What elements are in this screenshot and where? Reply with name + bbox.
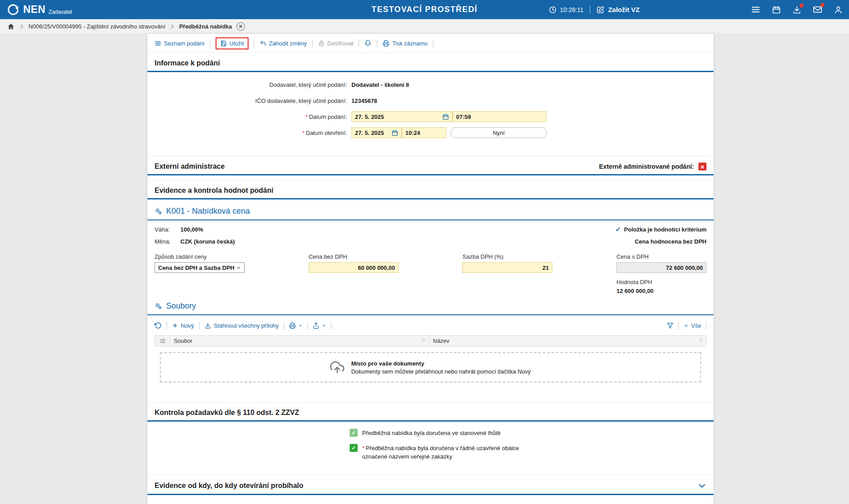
chevron-down-icon — [684, 323, 689, 328]
filter-triangle-icon[interactable] — [699, 338, 702, 343]
toolbar-divider — [359, 40, 359, 47]
zpusob-zadani-select[interactable]: Cena bez DPH a Sazba DPH — [155, 262, 245, 273]
toolbar-divider — [307, 322, 308, 329]
table-settings-icon[interactable] — [155, 336, 170, 346]
zahodit-zmeny-button[interactable]: Zahodit změny — [260, 40, 307, 47]
zpusob-zadani-value: Cena bez DPH a Sazba DPH — [158, 264, 234, 271]
nen-logo-icon — [6, 3, 20, 16]
mail-icon[interactable] — [813, 5, 822, 14]
files-toolbar-right: Vše — [667, 322, 706, 329]
calendar-icon[interactable] — [772, 5, 781, 14]
files-table-header: Soubor Název — [155, 335, 706, 346]
edit-icon — [596, 6, 604, 14]
toolbar-divider — [199, 322, 200, 329]
novy-label: Nový — [181, 322, 194, 329]
gears-icon — [155, 302, 162, 310]
check-lhuta-label: Předběžná nabídka byla doručena ve stano… — [362, 429, 501, 438]
nen-logo[interactable]: NEN Zadavatel — [6, 3, 72, 16]
externe-administrovane-field: Externě administrované podání: — [599, 163, 706, 171]
brand-division: Zadavatel — [49, 9, 72, 16]
cena-bez-dph-label: Cena bez DPH — [309, 253, 399, 260]
home-icon[interactable] — [7, 23, 15, 30]
create-vz-button[interactable]: Založit VZ — [596, 6, 640, 14]
filter-triangle-icon[interactable] — [422, 338, 425, 343]
datum-otevreni-time-input[interactable]: 10:24 — [402, 127, 446, 138]
externe-administrovane-label: Externě administrované podání: — [599, 163, 694, 170]
menu-icon[interactable] — [751, 5, 760, 14]
share-icon — [313, 322, 319, 329]
mena-label: Měna: — [155, 238, 180, 245]
datum-otevreni-label: *Datum otevření: — [155, 130, 347, 136]
printer-icon — [383, 40, 389, 47]
form-row-supplier: Dodavatel, který učinil podání: Dodavate… — [155, 79, 706, 90]
close-record-icon[interactable] — [237, 22, 245, 31]
print-files-button[interactable] — [289, 322, 302, 329]
col-sazba-dph: Sazba DPH (%) 21 — [462, 253, 552, 294]
cena-hodnocena-note: Cena hodnocena bez DPH — [635, 238, 706, 245]
sazba-dph-input[interactable]: 21 — [462, 262, 552, 273]
cena-bez-dph-input[interactable]: 60 000 000,00 — [309, 262, 399, 273]
supplier-value: Dodavatel - školení 8 — [351, 81, 409, 88]
notifications-button[interactable] — [364, 40, 371, 47]
zahodit-zmeny-label: Zahodit změny — [269, 40, 307, 47]
stahnout-prilohy-button[interactable]: Stáhnout všechny přílohy — [204, 322, 279, 329]
ulozit-button[interactable]: Uložit — [220, 40, 244, 47]
section-head: Kontrola požadavků dle § 110 odst. 2 ZZV… — [147, 402, 714, 422]
checkbox-lhuta[interactable] — [350, 429, 358, 437]
dropzone-title: Místo pro vaše dokumenty — [351, 360, 531, 367]
sazba-dph-label: Sazba DPH (%) — [462, 253, 552, 260]
user-icon[interactable] — [834, 5, 843, 14]
breadcrumb-current: Předběžná nabídka — [179, 23, 232, 30]
file-dropzone[interactable]: Místo pro vaše dokumenty Dokumenty sem m… — [160, 352, 701, 382]
kriterium-note-label: Položka je hodnotící kritérium — [624, 226, 706, 233]
breadcrumb-contract-link[interactable]: N006/25/V00004995 - Zajištění závodního … — [29, 23, 165, 30]
checkbox-obalka[interactable] — [350, 444, 358, 452]
form-row-datum-otevreni: *Datum otevření: 27. 5. 2025 10:24 Nyní — [155, 127, 706, 138]
download-icon[interactable] — [792, 5, 801, 14]
cena-s-dph-readonly: 72 600 000,00 — [616, 262, 706, 273]
dropzone-hint: Dokumenty sem můžete přetáhnout nebo nah… — [351, 368, 531, 375]
toolbar-divider — [433, 40, 433, 47]
column-header-soubor[interactable]: Soubor — [170, 336, 429, 346]
column-header-nazev[interactable]: Název — [429, 336, 706, 346]
datum-podani-time-input[interactable]: 07:59 — [453, 111, 547, 122]
refresh-icon — [155, 322, 162, 329]
expand-section-chevron-icon[interactable] — [698, 481, 706, 490]
export-files-button[interactable] — [313, 322, 326, 329]
kriterium-note: Položka je hodnotící kritérium — [616, 225, 707, 233]
section-title: Externí administrace — [155, 163, 224, 171]
nyni-button[interactable]: Nyní — [451, 127, 547, 138]
record-toolbar: Seznam podání Uložit Zahodit změny Dešif… — [147, 34, 714, 53]
check-icon — [616, 225, 621, 233]
chevron-right-icon — [170, 24, 175, 29]
section-head: Evidence od kdy, do kdy otevírání probíh… — [147, 475, 714, 495]
section-head: Externí administrace Externě administrov… — [147, 156, 714, 175]
calendar-icon[interactable] — [442, 114, 449, 120]
price-grid: Způsob zadání ceny Cena bez DPH a Sazba … — [147, 253, 714, 294]
datum-otevreni-date-input[interactable]: 27. 5. 2025 — [351, 127, 402, 138]
calendar-icon[interactable] — [392, 130, 398, 136]
hodnota-dph-label: Hodnota DPH — [616, 279, 706, 285]
novy-button[interactable]: Nový — [172, 322, 194, 329]
datum-podani-fields: 27. 5. 2025 07:59 — [351, 111, 547, 122]
hodnota-dph-block: Hodnota DPH 12 600 000,00 — [616, 279, 706, 294]
tisk-zaznamu-label: Tisk záznamu — [392, 40, 428, 47]
seznam-podani-button[interactable]: Seznam podání — [155, 40, 204, 47]
desifrovat-button[interactable]: Dešifrovat — [318, 40, 354, 47]
red-x-icon[interactable] — [698, 163, 706, 171]
ulozit-label: Uložit — [229, 40, 244, 47]
check-row-lhuta: Předběžná nabídka byla doručena ve stano… — [350, 429, 706, 438]
tisk-zaznamu-button[interactable]: Tisk záznamu — [383, 40, 428, 47]
chevron-down-icon — [236, 265, 241, 270]
vse-filter-button[interactable]: Vše — [684, 322, 701, 329]
section-evidence-otevirani: Evidence od kdy, do kdy otevírání probíh… — [147, 475, 714, 495]
refresh-button[interactable] — [155, 322, 162, 329]
datum-podani-date-input[interactable]: 27. 5. 2025 — [351, 111, 453, 122]
toolbar-divider — [167, 322, 167, 329]
cloud-upload-icon — [330, 360, 344, 374]
datum-otevreni-time-value: 10:24 — [405, 130, 420, 136]
section-title: Evidence a kontrola hodnot podání — [155, 187, 273, 195]
filter-button[interactable] — [667, 322, 673, 329]
form-row-ico: IČO dodavatele, který učinil podání: 123… — [155, 95, 706, 106]
check-row-obalka: *Předběžná nabídka byla doručena v řádně… — [350, 444, 706, 461]
